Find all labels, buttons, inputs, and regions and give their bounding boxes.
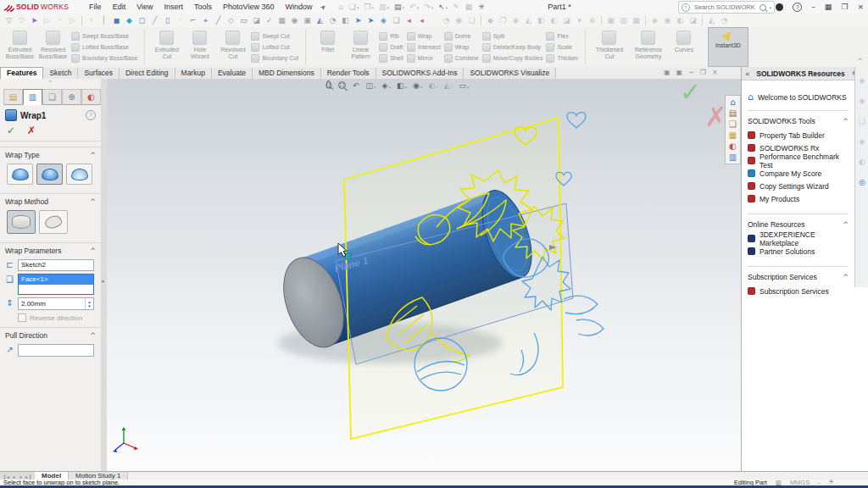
instant3d-button[interactable]: Instant3D [708, 27, 748, 67]
shell-button[interactable]: Shell [379, 53, 403, 64]
wrap-button[interactable]: Wrap [407, 31, 441, 42]
toolbar-icon[interactable]: ◐ [548, 14, 560, 26]
manager-tab[interactable]: ⊕ [62, 89, 81, 105]
doc-window-button[interactable]: − [688, 69, 694, 76]
menu-item[interactable]: Insert [164, 3, 184, 11]
mirror-button[interactable]: Mirror [407, 53, 441, 64]
toolbar-icon[interactable]: ◈ [648, 14, 661, 26]
edge-tab-icon[interactable]: ❏ [859, 111, 865, 131]
toolbar-icon[interactable]: ◔ [440, 14, 453, 26]
task-pane-link[interactable]: Subscription Services [748, 285, 849, 297]
thicken-button[interactable]: Thicken [546, 53, 578, 64]
command-tab[interactable]: SOLIDWORKS Visualize [464, 68, 556, 79]
toolbar-icon[interactable]: ◻ [136, 14, 148, 26]
toolbar-icon[interactable]: ▷ [41, 14, 53, 26]
heads-up-button[interactable]: ↶ [353, 81, 360, 90]
toolbar-icon[interactable]: ◭ [522, 14, 535, 26]
spline-surface-method-button[interactable] [39, 210, 68, 234]
ok-button[interactable]: ✓ [7, 125, 15, 136]
split-button[interactable]: Split [482, 31, 543, 42]
search-box[interactable]: ? ▾ [678, 1, 775, 14]
task-pane-shortcut-icon[interactable]: ▦ [729, 130, 737, 141]
pull-direction-section-header[interactable]: Pull Direction ^ [0, 327, 101, 341]
toolbar-icon[interactable]: ▯ [161, 14, 174, 26]
edge-tab-icon[interactable]: ◈ [860, 70, 865, 91]
task-pane-shortcut-icon[interactable]: ▥ [729, 152, 737, 163]
quick-access-button[interactable]: ▥ ▾ [379, 3, 389, 11]
toolbar-icon[interactable]: ◔ [718, 14, 731, 26]
collapse-panel-icon[interactable]: « [745, 69, 750, 78]
task-pane-link[interactable]: My Products [748, 192, 849, 205]
source-sketch-field[interactable]: Sketch2 [18, 259, 94, 271]
menu-item[interactable]: Tools [194, 3, 212, 11]
graphics-viewport[interactable]: Plane 1 [107, 79, 741, 471]
quick-access-button[interactable]: ✎ [453, 3, 460, 11]
toolbar-icon[interactable] [81, 16, 82, 25]
toolbar-icon[interactable]: ◭ [314, 14, 326, 26]
search-icon[interactable] [760, 4, 766, 11]
pm-help-icon[interactable]: ? [86, 110, 96, 120]
heads-up-button[interactable]: ◫ ▾ [366, 81, 376, 90]
toolbar-icon[interactable]: ◂ [403, 14, 415, 26]
quick-access-button[interactable]: ↖ ▾ [438, 3, 448, 11]
toolbar-icon[interactable]: ❏ [390, 14, 403, 26]
swept-cut-button[interactable]: Swept Cut [251, 31, 298, 42]
revolved-boss-base-button[interactable]: Revolved Boss/Base [36, 29, 70, 65]
heads-up-button[interactable]: ◧ ▾ [397, 81, 407, 90]
toolbar-icon[interactable]: ◆ [123, 14, 136, 26]
toolbar-icon[interactable] [481, 16, 481, 25]
heads-up-button[interactable] [326, 82, 332, 89]
thickness-spinner[interactable]: 2.00mm ▴ ▾ [18, 297, 94, 310]
revolved-cut-button[interactable]: Revolved Cut [216, 29, 249, 65]
manager-tab[interactable]: ▥ [23, 89, 42, 105]
toolbar-icon[interactable]: ➤ [28, 14, 41, 26]
toolbar-icon[interactable]: ◔ [326, 14, 339, 26]
toolbar-icon[interactable]: ⊕ [586, 14, 598, 26]
panel-collapse-icon[interactable]: ^ [48, 80, 53, 86]
wrap-button-2[interactable]: Wrap [444, 42, 479, 53]
toolbar-icon[interactable]: ◧ [339, 14, 352, 26]
thickness-value[interactable]: 2.00mm [19, 298, 85, 309]
search-input[interactable] [693, 3, 757, 12]
user-avatar[interactable] [776, 3, 783, 11]
wrap-type-section-header[interactable]: Wrap Type ^ [0, 147, 101, 161]
apps-grid-button[interactable]: ▦ [825, 3, 832, 11]
task-pane-link[interactable]: 3DEXPERIENCE Marketplace [748, 232, 849, 245]
toolbar-icon[interactable]: ◼ [110, 14, 123, 26]
menu-item[interactable]: File [89, 3, 102, 11]
heads-up-button[interactable]: ◭ ▾ [444, 81, 453, 90]
help-icon[interactable]: ? [793, 3, 802, 12]
scale-button[interactable]: Scale [546, 42, 578, 53]
menu-item[interactable]: Edit [113, 3, 126, 11]
reference-geometry-button[interactable]: Reference Geometry [628, 29, 669, 65]
menu-item[interactable]: View [136, 3, 153, 11]
doc-window-button[interactable]: × [712, 69, 718, 76]
toolbar-icon[interactable]: ▣ [301, 14, 314, 26]
toolbar-icon[interactable]: ➤ [352, 14, 364, 26]
linear-pattern-button[interactable]: Linear Pattern [344, 29, 377, 65]
manager-tab[interactable]: ▤ [3, 89, 23, 105]
pin-menu-icon[interactable]: ➤ [319, 2, 328, 11]
plane1-highlighted[interactable] [344, 118, 563, 439]
section-header[interactable]: Subscription Services ^ [748, 273, 849, 281]
toolbar-icon[interactable]: │ [97, 14, 110, 26]
toolbar-icon[interactable]: ⌐ [186, 14, 199, 26]
intersect-button[interactable]: Intersect [407, 42, 441, 53]
welcome-link[interactable]: ⌂ Welcome to SOLIDWORKS [748, 92, 849, 102]
toolbar-icon[interactable]: ▦ [275, 14, 288, 26]
toolbar-icon[interactable]: ◉ [453, 14, 465, 26]
heads-up-button[interactable]: ▭ ▾ [459, 81, 469, 90]
analytical-method-button[interactable] [7, 210, 36, 234]
quick-access-button[interactable]: ↶ ▾ [409, 3, 419, 11]
command-tab[interactable]: SOLIDWORKS Add-Ins [376, 68, 465, 79]
toolbar-icon[interactable]: ◉ [288, 14, 301, 26]
toolbar-icon[interactable]: ◭ [705, 14, 718, 26]
toolbar-icon[interactable] [601, 16, 602, 25]
selected-face-item[interactable]: Face<1> [19, 274, 93, 285]
toolbar-icon[interactable]: ▷ [66, 14, 79, 26]
draft-button[interactable]: Draft [379, 42, 403, 53]
task-pane-shortcut-icon[interactable]: ❏ [729, 119, 737, 130]
toolbar-icon[interactable]: ◇ [225, 14, 237, 26]
command-tab[interactable]: Sketch [43, 68, 78, 79]
toolbar-icon[interactable]: ◦ [85, 14, 97, 26]
